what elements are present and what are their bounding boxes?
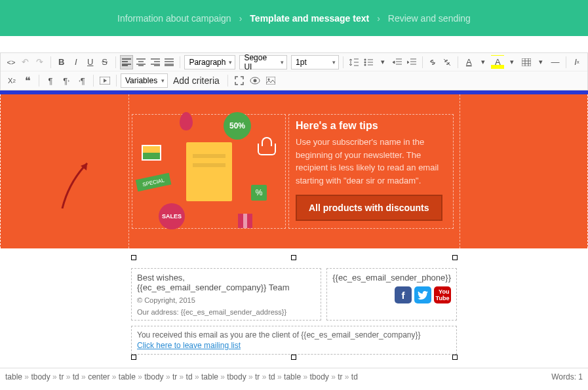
picture-icon	[142, 145, 161, 161]
path-segment[interactable]: tbody	[309, 372, 338, 381]
selection-handle[interactable]	[452, 355, 458, 360]
basket-icon	[258, 144, 276, 155]
rtl-icon[interactable]: ‹¶	[75, 73, 89, 88]
tips-cell[interactable]: Here's a few tips Use your subscriber's …	[288, 114, 454, 229]
clear-format-icon[interactable]: Ix	[570, 55, 583, 69]
promo-image-cell[interactable]: 50% SPECIAL % SALES	[132, 114, 286, 229]
paragraph-select[interactable]: Paragraph	[184, 55, 235, 69]
unsubscribe-text: You received this email as you are the c…	[137, 330, 451, 340]
textcolor-icon[interactable]: A	[462, 55, 475, 69]
outdent-icon[interactable]	[391, 55, 404, 69]
align-right-icon[interactable]	[149, 55, 162, 69]
path-segment[interactable]: td	[73, 372, 88, 381]
variables-select[interactable]: Variables	[121, 73, 168, 88]
align-left-icon[interactable]	[120, 55, 133, 69]
path-segment[interactable]: tr	[255, 372, 269, 381]
path-segment[interactable]: tbody	[144, 372, 172, 381]
path-segment[interactable]: table	[284, 372, 309, 381]
ribbon-label: SPECIAL	[136, 173, 172, 191]
selection-handle[interactable]	[131, 355, 136, 360]
document-icon	[186, 142, 232, 201]
path-segment[interactable]: table	[119, 372, 144, 381]
unsubscribe-link[interactable]: Click here to leave mailing list	[137, 341, 451, 350]
unlink-icon[interactable]	[441, 55, 454, 69]
quote-icon[interactable]: ❝	[20, 73, 35, 88]
cta-button[interactable]: All products with discounts	[296, 195, 442, 221]
selection-handle[interactable]	[291, 355, 296, 360]
align-justify-icon[interactable]	[163, 55, 176, 69]
path-segment[interactable]: tbody	[31, 372, 59, 381]
fontsize-select[interactable]: 1pt	[291, 55, 339, 69]
align-center-icon[interactable]	[134, 55, 147, 69]
dropdown-icon[interactable]: ▾	[505, 55, 519, 69]
font-select[interactable]: Segoe UI	[239, 55, 287, 69]
subscript-icon[interactable]: X2	[5, 73, 19, 88]
element-path[interactable]: tabletbodytrtdcentertabletbodytrtdtablet…	[5, 372, 358, 381]
table-icon[interactable]	[520, 55, 533, 69]
footer-contact-cell[interactable]: {{ec_es_email_sender_phone}} f YouTube	[326, 268, 457, 321]
path-segment[interactable]: tr	[172, 372, 186, 381]
link-icon[interactable]	[426, 55, 439, 69]
editor-toolbar: <> ↶ ↷ B I U S Paragraph Segoe UI 1pt	[0, 52, 588, 90]
source-icon[interactable]: <>	[5, 55, 18, 69]
media-icon[interactable]	[98, 73, 112, 88]
italic-icon[interactable]: I	[69, 55, 83, 69]
strike-icon[interactable]: S	[98, 55, 111, 69]
balloon-icon	[180, 112, 193, 130]
redo-icon[interactable]: ↷	[33, 55, 47, 69]
svg-rect-3	[522, 58, 531, 66]
path-segment[interactable]: tr	[338, 372, 351, 381]
underline-icon[interactable]: U	[84, 55, 97, 69]
dropdown-icon[interactable]: ▾	[534, 55, 547, 69]
dropdown-icon[interactable]: ▾	[477, 55, 490, 69]
indent-icon[interactable]	[405, 55, 418, 69]
preview-icon[interactable]	[248, 73, 262, 88]
bullet-list-icon[interactable]	[362, 55, 375, 69]
path-segment[interactable]: table	[5, 372, 31, 381]
hero-section: 50% SPECIAL % SALES Here's a few tips Us…	[0, 94, 588, 248]
selection-handle[interactable]	[131, 255, 136, 260]
step-info[interactable]: Information about campaign	[117, 13, 231, 24]
image-icon[interactable]	[264, 73, 278, 88]
footer-wishes-text: Best wishes, {{ec_es_email_sender_compan…	[137, 273, 315, 292]
fullscreen-icon[interactable]	[232, 73, 246, 88]
paragraph-icon[interactable]: ¶	[43, 73, 58, 88]
path-segment[interactable]: td	[186, 372, 201, 381]
tips-heading: Here's a few tips	[296, 120, 446, 132]
lineheight-icon[interactable]	[347, 55, 361, 69]
editor-canvas[interactable]: 50% SPECIAL % SALES Here's a few tips Us…	[0, 90, 588, 368]
path-segment[interactable]: table	[201, 372, 227, 381]
selection-handle[interactable]	[291, 255, 296, 260]
promo-illustration: 50% SPECIAL % SALES	[135, 117, 283, 225]
step-review[interactable]: Review and sending	[388, 13, 471, 24]
discount-badge: 50%	[224, 112, 251, 140]
bgcolor-icon[interactable]: A	[491, 55, 504, 69]
facebook-icon[interactable]: f	[395, 286, 412, 303]
path-segment[interactable]: td	[269, 372, 284, 381]
step-template[interactable]: Template and message text	[250, 13, 369, 24]
add-criteria-button[interactable]: Add criteria	[169, 75, 224, 86]
footer-wishes-cell[interactable]: Best wishes, {{ec_es_email_sender_compan…	[131, 268, 321, 321]
path-segment[interactable]: tbody	[227, 372, 255, 381]
footer-section: Best wishes, {{ec_es_email_sender_compan…	[0, 248, 588, 368]
path-segment[interactable]: tr	[59, 372, 73, 381]
chevron-right-icon: ›	[377, 13, 380, 24]
path-segment[interactable]: td	[351, 372, 358, 381]
unsubscribe-cell[interactable]: You received this email as you are the c…	[131, 326, 457, 355]
undo-icon[interactable]: ↶	[19, 55, 32, 69]
bold-icon[interactable]: B	[55, 55, 68, 69]
svg-point-1	[364, 61, 366, 63]
selection-handle[interactable]	[452, 255, 458, 260]
twitter-icon[interactable]	[414, 286, 431, 303]
hr-icon[interactable]: —	[549, 55, 562, 69]
svg-point-6	[253, 79, 256, 83]
percent-icon: %	[251, 185, 267, 201]
address-text: Our address: {{ec_es_email_sender_addres…	[137, 308, 315, 316]
phone-text: {{ec_es_email_sender_phone}}	[332, 273, 451, 283]
wizard-header: Information about campaign › Template an…	[0, 0, 588, 36]
ltr-icon[interactable]: ¶›	[59, 73, 73, 88]
path-segment[interactable]: center	[88, 372, 119, 381]
dropdown-icon[interactable]: ▾	[376, 55, 389, 69]
word-count: Words: 1	[551, 372, 583, 381]
youtube-icon[interactable]: YouTube	[434, 286, 451, 303]
